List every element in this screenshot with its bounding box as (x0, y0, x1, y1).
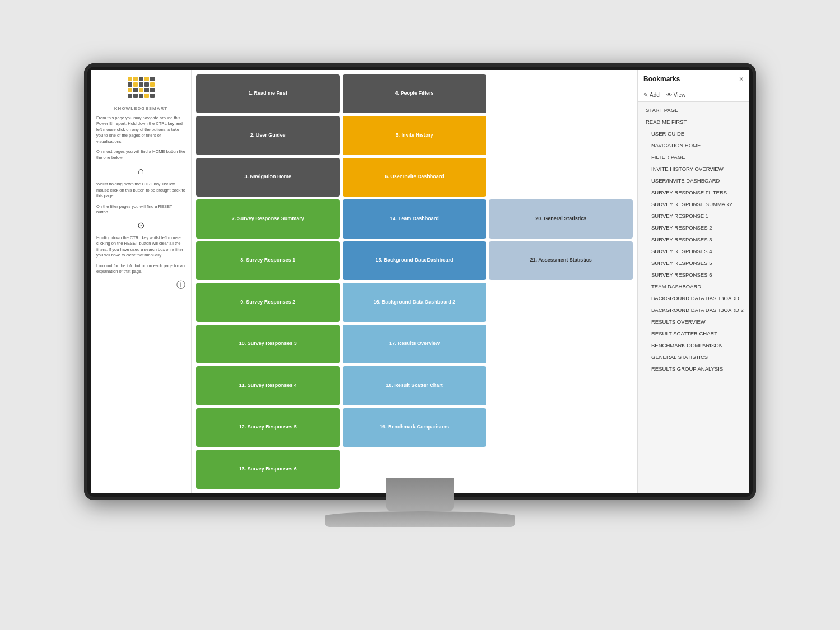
add-icon: ✎ (643, 92, 648, 98)
logo-dot (139, 82, 143, 87)
bookmark-item[interactable]: START PAGE (638, 104, 749, 116)
logo-dot (128, 77, 132, 81)
view-bookmark-button[interactable]: 👁 View (666, 92, 686, 98)
bookmark-item[interactable]: GENERAL STATISTICS (638, 351, 749, 363)
logo-dot (128, 88, 132, 92)
bookmark-item[interactable]: INVITE HISTORY OVERVIEW (638, 163, 749, 175)
logo-dot (150, 94, 155, 98)
bookmark-item[interactable]: SURVEY RESPONSES 2 (638, 222, 749, 234)
bookmark-item[interactable]: SURVEY RESPONSE SUMMARY (638, 198, 749, 210)
nav-button[interactable]: 10. Survey Responses 3 (196, 325, 340, 364)
nav-button[interactable]: 4. People Filters (343, 74, 487, 114)
nav-button[interactable]: 18. Result Scatter Chart (343, 366, 487, 405)
bookmark-item[interactable]: SURVEY RESPONSES 6 (638, 269, 749, 281)
info-circle-icon: ⓘ (96, 279, 185, 291)
nav-empty-cell (489, 74, 633, 114)
nav-button[interactable]: 1. Read me First (196, 74, 340, 114)
bookmark-item[interactable]: READ ME FIRST (638, 116, 749, 128)
nav-empty-cell (489, 325, 633, 364)
nav-button[interactable]: 16. Background Data Dashboard 2 (343, 283, 487, 322)
nav-button[interactable]: 17. Results Overview (343, 325, 487, 364)
info-text-5: Holding down the CTRL key whilst left mo… (96, 235, 185, 259)
logo-dot (139, 88, 143, 92)
info-text-3: Whilst holding down the CTRL key just le… (96, 181, 185, 199)
view-icon: 👁 (666, 92, 672, 98)
logo-dot (150, 82, 155, 87)
nav-button[interactable]: 14. Team Dashboard (343, 199, 487, 239)
nav-button[interactable]: 12. Survey Responses 5 (196, 408, 340, 447)
nav-button[interactable]: 6. User Invite Dashboard (343, 158, 487, 197)
add-bookmark-button[interactable]: ✎ Add (643, 92, 660, 98)
nav-button[interactable]: 7. Survey Response Summary (196, 199, 340, 239)
bookmark-item[interactable]: USER GUIDE (638, 128, 749, 139)
home-icon: ⌂ (96, 165, 185, 177)
nav-button[interactable]: 8. Survey Responses 1 (196, 241, 340, 281)
close-button[interactable]: × (739, 74, 744, 83)
tv-frame: KNOWLEDGESMART From this page you may na… (84, 63, 756, 567)
content-wrap: KNOWLEDGESMART From this page you may na… (91, 70, 637, 493)
bookmark-item[interactable]: RESULTS GROUP ANALYSIS (638, 363, 749, 375)
nav-empty-cell (489, 366, 633, 405)
nav-button[interactable]: 5. Invite History (343, 116, 487, 155)
nav-empty-cell (489, 158, 633, 197)
bookmark-item[interactable]: SURVEY RESPONSE FILTERS (638, 186, 749, 198)
tv-bezel: KNOWLEDGESMART From this page you may na… (84, 63, 756, 500)
logo-dot (139, 77, 143, 81)
nav-empty-cell (489, 116, 633, 155)
bookmark-item[interactable]: SURVEY RESPONSES 3 (638, 234, 749, 245)
logo-dot (144, 82, 149, 87)
bookmark-item[interactable]: BACKGROUND DATA DASHBOARD (638, 292, 749, 304)
nav-button[interactable]: 9. Survey Responses 2 (196, 283, 340, 322)
bookmark-item[interactable]: BACKGROUND DATA DASHBOARD 2 (638, 304, 749, 316)
bookmark-item[interactable]: SURVEY RESPONSES 5 (638, 257, 749, 269)
logo-dot (144, 88, 149, 92)
nav-empty-cell (489, 408, 633, 447)
logo-grid (128, 77, 155, 98)
logo-dot (133, 82, 138, 87)
nav-button[interactable]: 2. User Guides (196, 116, 340, 155)
tv-screen: KNOWLEDGESMART From this page you may na… (91, 70, 749, 493)
nav-empty-cell (489, 283, 633, 322)
nav-button[interactable]: 21. Assessment Statistics (489, 241, 633, 281)
info-text-2: On most pages you will find a HOME butto… (96, 149, 185, 161)
logo-dot (139, 94, 143, 98)
bookmark-item[interactable]: RESULTS OVERVIEW (638, 316, 749, 328)
nav-button[interactable]: 20. General Statistics (489, 199, 633, 239)
logo-dot (128, 82, 132, 87)
bookmark-item[interactable]: NAVIGATION HOME (638, 139, 749, 151)
nav-empty-cell (489, 450, 633, 489)
nav-button[interactable]: 11. Survey Responses 4 (196, 366, 340, 405)
tv-stand-base (325, 511, 515, 527)
add-label: Add (650, 92, 660, 98)
logo-dot (133, 88, 138, 92)
bookmark-item[interactable]: FILTER PAGE (638, 151, 749, 163)
bookmark-item[interactable]: TEAM DASHBOARD (638, 281, 749, 292)
logo-text: KNOWLEDGESMART (96, 106, 185, 111)
nav-button[interactable]: 3. Navigation Home (196, 158, 340, 197)
bookmark-item[interactable]: SURVEY RESPONSE 1 (638, 210, 749, 222)
nav-button[interactable]: 13. Survey Responses 6 (196, 450, 340, 489)
info-text-1: From this page you may navigate around t… (96, 115, 185, 145)
info-text-6: Look out for the info button on each pag… (96, 263, 185, 275)
view-label: View (674, 92, 686, 98)
reset-icon: ⊙ (96, 220, 185, 231)
info-panel: KNOWLEDGESMART From this page you may na… (91, 70, 192, 493)
bookmarks-list: START PAGEREAD ME FIRSTUSER GUIDENAVIGAT… (638, 102, 749, 493)
bookmark-item[interactable]: SURVEY RESPONSES 4 (638, 245, 749, 257)
nav-button[interactable]: 15. Background Data Dashboard (343, 241, 487, 281)
logo-dot (133, 77, 138, 81)
main-area: KNOWLEDGESMART From this page you may na… (91, 70, 637, 493)
nav-grid: 1. Read me First4. People Filters2. User… (192, 70, 637, 493)
logo-dot (150, 88, 155, 92)
logo-dot (144, 94, 149, 98)
bookmark-item[interactable]: RESULT SCATTER CHART (638, 328, 749, 339)
bookmark-item[interactable]: BENCHMARK COMPARISON (638, 339, 749, 351)
logo-area (96, 77, 185, 98)
bookmark-item[interactable]: USER/INVITE DASHBOARD (638, 175, 749, 186)
nav-button[interactable]: 19. Benchmark Comparisons (343, 408, 487, 447)
bookmarks-title: Bookmarks (643, 75, 680, 83)
bookmarks-header: Bookmarks × (638, 70, 749, 88)
logo-dot (144, 77, 149, 81)
bookmarks-actions: ✎ Add 👁 View (638, 88, 749, 102)
logo-dot (150, 77, 155, 81)
